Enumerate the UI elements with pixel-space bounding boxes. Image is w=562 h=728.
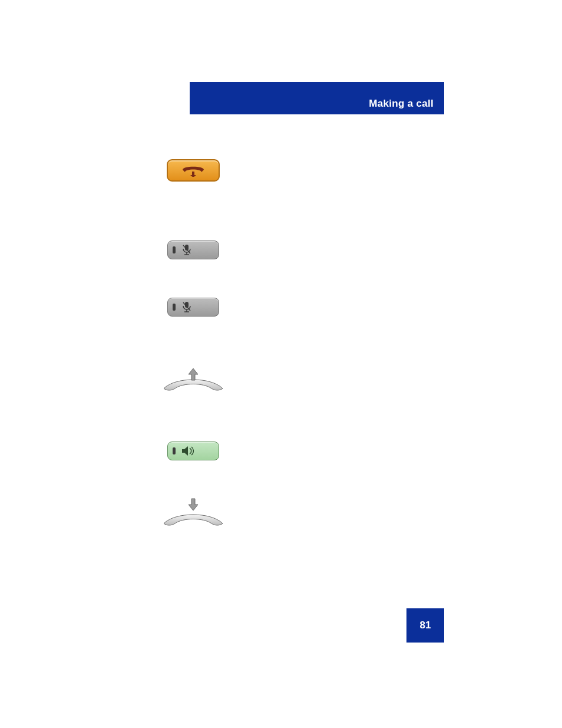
svg-marker-1 — [190, 175, 196, 177]
icon-slot-mute-2 — [159, 298, 227, 317]
arrow-down-icon — [186, 498, 200, 512]
handsfree-key-icon — [167, 442, 219, 460]
replace-handset-icon — [161, 500, 226, 529]
icon-slot-goodbye — [159, 159, 227, 182]
section-header-title: Making a call — [369, 98, 434, 110]
page-number-box: 81 — [406, 608, 444, 643]
speaker-icon — [181, 445, 194, 457]
svg-marker-10 — [189, 368, 198, 380]
icon-slot-lift-handset — [159, 368, 227, 398]
svg-marker-12 — [189, 499, 198, 510]
page-number: 81 — [420, 620, 431, 631]
icon-slot-handsfree — [159, 442, 227, 460]
goodbye-key-icon — [167, 159, 220, 182]
led-indicator-icon — [173, 304, 176, 311]
svg-marker-11 — [182, 446, 188, 456]
icon-slot-replace-handset — [159, 500, 227, 529]
microphone-muted-icon — [181, 301, 192, 313]
mute-key-icon — [167, 298, 219, 317]
led-indicator-icon — [173, 447, 176, 454]
document-page: Making a call — [0, 0, 562, 728]
lift-handset-icon — [161, 368, 226, 398]
arrow-up-icon — [186, 367, 200, 381]
microphone-muted-icon — [181, 244, 192, 256]
svg-rect-0 — [192, 172, 194, 175]
led-indicator-icon — [173, 246, 176, 253]
icon-slot-mute-1 — [159, 241, 227, 259]
section-header-band: Making a call — [190, 82, 444, 114]
mute-key-icon — [167, 241, 219, 259]
